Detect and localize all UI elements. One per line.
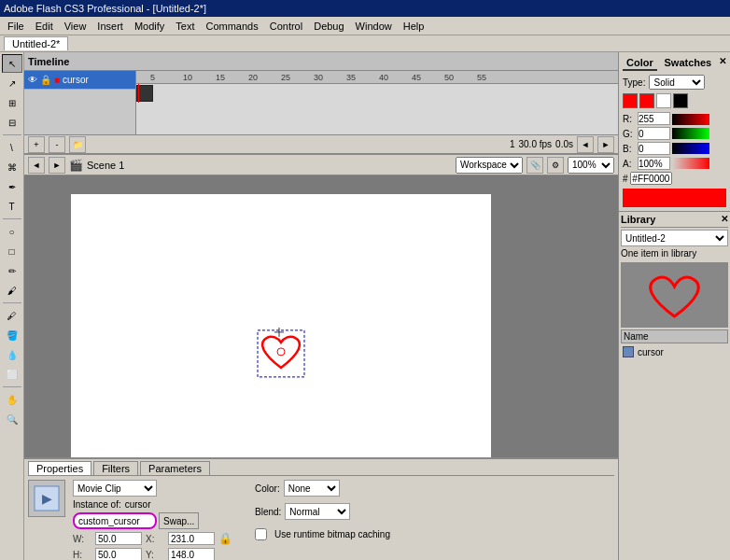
pencil-tool[interactable]: ✏ [2, 261, 22, 280]
swap-button[interactable]: Swap... [159, 512, 199, 529]
free-transform-tool[interactable]: ⊞ [2, 93, 22, 112]
prev-frame-btn[interactable]: ◄ [577, 136, 594, 153]
color-preview [623, 189, 726, 207]
rect-tool[interactable]: □ [2, 242, 22, 260]
zoom-tool[interactable]: 🔍 [2, 410, 22, 428]
x-input[interactable] [168, 532, 215, 545]
edit-bar: ◄ ► 🎬 Scene 1 Workspace 📎 ⚙ 100% [24, 155, 618, 175]
timeline-controls: + - 📁 1 30.0 fps 0.0s ◄ ► [24, 134, 618, 153]
instance-name: cursor [125, 499, 151, 510]
stroke-color-swatch[interactable] [623, 93, 638, 108]
h-input[interactable] [95, 548, 142, 560]
b-channel: B: [623, 142, 726, 155]
menu-edit[interactable]: Edit [30, 19, 59, 34]
canvas-area[interactable] [24, 175, 618, 457]
folder-btn[interactable]: 📁 [69, 136, 86, 153]
w-input[interactable] [95, 532, 142, 545]
r-input[interactable] [638, 112, 670, 125]
hex-input[interactable] [630, 172, 672, 185]
library-preview-svg [621, 262, 728, 328]
outline-icon[interactable]: ■ [54, 75, 60, 85]
menu-modify[interactable]: Modify [129, 19, 170, 34]
g-channel: G: [623, 127, 726, 140]
runtime-checkbox[interactable] [255, 528, 267, 540]
color-tab[interactable]: Color [623, 56, 657, 71]
new-layer-btn[interactable]: + [28, 136, 45, 153]
stage [71, 194, 491, 457]
title-bar: Adobe Flash CS3 Professional - [Untitled… [0, 0, 730, 17]
frames-area: 5 10 15 20 25 30 35 40 45 50 55 [136, 71, 618, 134]
prop-left: Movie Clip Instance of: cursor Swap... W… [73, 480, 232, 560]
menu-commands[interactable]: Commands [200, 19, 263, 34]
lock-icon[interactable]: 🔒 [40, 75, 51, 85]
symbol-name-input[interactable] [73, 512, 157, 529]
y-input[interactable] [168, 548, 215, 560]
scene-icon: 🎬 [69, 159, 83, 172]
library-panel: Library ✕ Untitled-2 One item in library… [619, 212, 730, 560]
lock-icon[interactable]: 🔒 [218, 532, 232, 545]
g-input[interactable] [638, 127, 670, 140]
ruler-35: 35 [346, 73, 356, 82]
runtime-label: Use runtime bitmap caching [274, 529, 390, 539]
black-swatch[interactable] [673, 93, 688, 108]
white-swatch[interactable] [656, 93, 671, 108]
paint-bucket-tool[interactable]: 🪣 [2, 326, 22, 344]
toolbar-divider4 [3, 386, 21, 387]
fill-color-swatch[interactable] [639, 93, 654, 108]
runtime-row: Use runtime bitmap caching [255, 528, 390, 540]
library-dropdown[interactable]: Untitled-2 [621, 230, 728, 246]
next-frame-btn[interactable]: ► [597, 136, 614, 153]
scene-name[interactable]: Scene 1 [87, 160, 124, 171]
menu-control[interactable]: Control [264, 19, 308, 34]
close-library-icon[interactable]: ✕ [721, 214, 728, 225]
subselect-tool[interactable]: ↗ [2, 74, 22, 92]
brush-tool[interactable]: 🖌 [2, 281, 22, 300]
settings-btn[interactable]: ⚙ [547, 157, 564, 174]
workspace-dropdown[interactable]: Workspace [456, 157, 523, 174]
menu-window[interactable]: Window [350, 19, 398, 34]
arrow-tool[interactable]: ↖ [2, 54, 22, 73]
clip-btn[interactable]: 📎 [526, 157, 543, 174]
layer-cursor[interactable]: 👁 🔒 ■ cursor [24, 71, 135, 90]
timeline-layer-area: 👁 🔒 ■ cursor 5 10 15 20 25 30 35 [24, 71, 618, 134]
back-btn[interactable]: ◄ [28, 157, 45, 174]
hand-tool[interactable]: ✋ [2, 390, 22, 409]
forward-btn[interactable]: ► [49, 157, 65, 174]
w-row: W: X: 🔒 [73, 532, 232, 545]
blend-dropdown[interactable]: Normal [285, 503, 350, 520]
doc-tab-label[interactable]: Untitled-2* [4, 36, 68, 50]
swatches-tab[interactable]: Swatches [660, 56, 715, 71]
text-tool[interactable]: T [2, 197, 22, 216]
menu-help[interactable]: Help [398, 19, 430, 34]
ink-bottle-tool[interactable]: 🖋 [2, 306, 22, 325]
alpha-input[interactable] [638, 157, 670, 170]
close-color-panel-icon[interactable]: ✕ [719, 56, 726, 71]
menu-text[interactable]: Text [170, 19, 200, 34]
blend-label: Blend: [255, 507, 281, 517]
gradient-tool[interactable]: ⊟ [2, 113, 22, 132]
color-dropdown[interactable]: None [284, 480, 340, 497]
menu-debug[interactable]: Debug [308, 19, 349, 34]
tab-filters[interactable]: Filters [93, 461, 138, 475]
line-tool[interactable]: \ [2, 138, 22, 157]
menu-insert[interactable]: Insert [91, 19, 129, 34]
color-panel: Color Swatches ✕ Type: Solid R: [619, 52, 730, 212]
type-dropdown[interactable]: Movie Clip [73, 480, 157, 497]
delete-layer-btn[interactable]: - [49, 136, 65, 153]
color-type-dropdown[interactable]: Solid [649, 75, 705, 90]
menu-file[interactable]: File [2, 19, 30, 34]
lasso-tool[interactable]: ⌘ [2, 158, 22, 176]
b-label: B: [623, 144, 636, 154]
menu-view[interactable]: View [59, 19, 92, 34]
oval-tool[interactable]: ○ [2, 222, 22, 241]
zoom-dropdown[interactable]: 100% [568, 157, 614, 174]
library-item-cursor[interactable]: cursor [621, 345, 728, 358]
pen-tool[interactable]: ✒ [2, 177, 22, 196]
b-input[interactable] [638, 142, 670, 155]
eyedropper-tool[interactable]: 💧 [2, 345, 22, 364]
tab-properties[interactable]: Properties [28, 461, 91, 475]
eraser-tool[interactable]: ⬜ [2, 365, 22, 384]
tab-parameters[interactable]: Parameters [140, 461, 210, 475]
eye-icon[interactable]: 👁 [28, 75, 37, 85]
library-count: One item in library [621, 248, 728, 259]
